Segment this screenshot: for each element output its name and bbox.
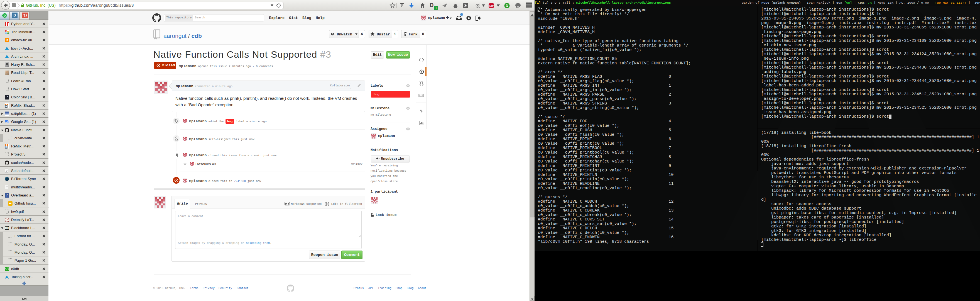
svg-text:D: D: [506, 4, 508, 8]
svg-text:ABP: ABP: [489, 5, 494, 7]
